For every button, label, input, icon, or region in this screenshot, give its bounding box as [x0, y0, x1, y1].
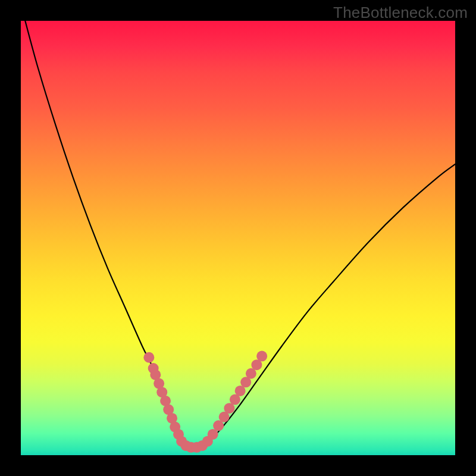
bottleneck-curve	[25, 21, 455, 447]
chart-frame: TheBottleneck.com	[0, 0, 476, 476]
curve-svg	[21, 21, 455, 455]
data-marker	[256, 351, 267, 362]
watermark-text: TheBottleneck.com	[333, 4, 468, 22]
marker-group	[143, 351, 267, 453]
plot-area	[21, 21, 455, 455]
data-marker	[143, 352, 154, 363]
